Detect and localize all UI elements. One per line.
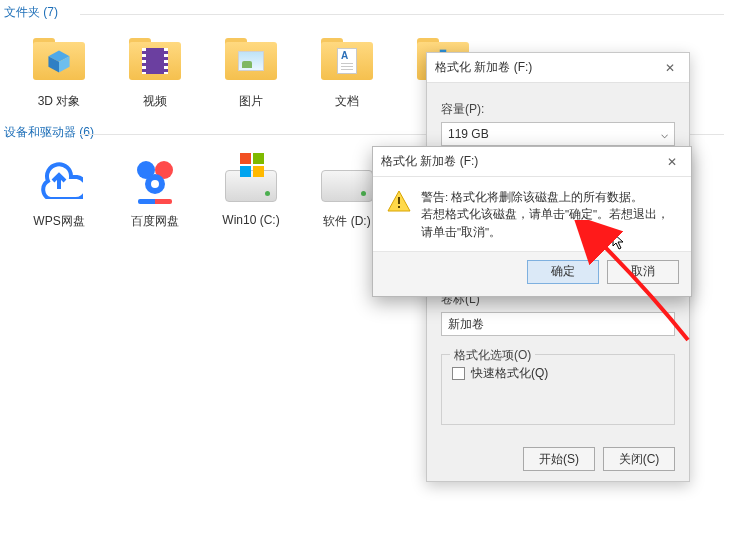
close-button-label: 关闭(C) xyxy=(619,451,660,468)
drive-icon xyxy=(319,151,375,207)
item-label: WPS网盘 xyxy=(33,213,84,230)
item-label: 3D 对象 xyxy=(38,93,81,110)
start-button[interactable]: 开始(S) xyxy=(523,447,595,471)
cancel-button[interactable]: 取消 xyxy=(607,260,679,284)
close-button[interactable]: 关闭(C) xyxy=(603,447,675,471)
drive-icon xyxy=(223,151,279,207)
format-dialog-buttons: 开始(S) 关闭(C) xyxy=(427,437,689,481)
ok-button-label: 确定 xyxy=(551,263,575,280)
folder-icon xyxy=(31,31,87,87)
item-label: Win10 (C:) xyxy=(222,213,279,227)
folders-header-label: 文件夹 (7) xyxy=(4,5,58,19)
baidu-netdisk-icon xyxy=(127,151,183,207)
warning-dialog-body: 警告: 格式化将删除该磁盘上的所有数据。 若想格式化该磁盘，请单击"确定"。若想… xyxy=(373,177,691,251)
folder-videos[interactable]: 视频 xyxy=(110,31,200,110)
quick-format-label: 快速格式化(Q) xyxy=(471,365,548,382)
close-icon[interactable]: ✕ xyxy=(659,61,681,75)
drive-wps[interactable]: WPS网盘 xyxy=(14,151,104,230)
format-dialog-title: 格式化 新加卷 (F:) xyxy=(435,59,532,76)
cancel-button-label: 取消 xyxy=(631,263,655,280)
warning-dialog-text: 警告: 格式化将删除该磁盘上的所有数据。 若想格式化该磁盘，请单击"确定"。若想… xyxy=(421,189,677,241)
warning-icon xyxy=(387,189,411,213)
folder-documents[interactable]: 文档 xyxy=(302,31,392,110)
ok-button[interactable]: 确定 xyxy=(527,260,599,284)
format-dialog-titlebar: 格式化 新加卷 (F:) ✕ xyxy=(427,53,689,83)
svg-rect-9 xyxy=(240,153,251,164)
svg-rect-15 xyxy=(398,206,400,208)
svg-point-8 xyxy=(151,180,159,188)
drives-header-label: 设备和驱动器 (6) xyxy=(4,125,94,139)
capacity-value: 119 GB xyxy=(448,127,489,141)
folder-3d-objects[interactable]: 3D 对象 xyxy=(14,31,104,110)
folder-icon xyxy=(319,31,375,87)
photo-icon xyxy=(238,51,264,71)
svg-rect-14 xyxy=(398,197,400,204)
folder-icon xyxy=(127,31,183,87)
format-options-title: 格式化选项(O) xyxy=(450,347,535,364)
warning-dialog-titlebar: 格式化 新加卷 (F:) ✕ xyxy=(373,147,691,177)
warning-dialog-title: 格式化 新加卷 (F:) xyxy=(381,153,478,170)
drive-baidu[interactable]: 百度网盘 xyxy=(110,151,200,230)
volume-label-input[interactable]: 新加卷 xyxy=(441,312,675,336)
document-icon xyxy=(337,48,357,74)
folder-icon xyxy=(223,31,279,87)
wps-cloud-icon xyxy=(31,151,87,207)
warning-dialog: 格式化 新加卷 (F:) ✕ 警告: 格式化将删除该磁盘上的所有数据。 若想格式… xyxy=(372,146,692,297)
item-label: 图片 xyxy=(239,93,263,110)
warning-line1: 警告: 格式化将删除该磁盘上的所有数据。 xyxy=(421,189,677,206)
volume-label-value: 新加卷 xyxy=(448,316,484,333)
chevron-down-icon: ⌵ xyxy=(661,127,668,141)
warning-line2: 若想格式化该磁盘，请单击"确定"。若想退出，请单击"取消"。 xyxy=(421,206,677,241)
windows-logo-icon xyxy=(240,153,264,177)
folders-section-header: 文件夹 (7) xyxy=(0,0,734,27)
svg-rect-10 xyxy=(253,153,264,164)
close-icon[interactable]: ✕ xyxy=(661,155,683,169)
drive-c[interactable]: Win10 (C:) xyxy=(206,151,296,230)
mouse-cursor-icon xyxy=(612,232,626,250)
folder-pictures[interactable]: 图片 xyxy=(206,31,296,110)
cube-icon xyxy=(46,48,72,74)
item-label: 文档 xyxy=(335,93,359,110)
item-label: 软件 (D:) xyxy=(323,213,370,230)
capacity-label: 容量(P): xyxy=(441,101,675,118)
svg-rect-11 xyxy=(240,166,251,177)
item-label: 百度网盘 xyxy=(131,213,179,230)
item-label: 视频 xyxy=(143,93,167,110)
start-button-label: 开始(S) xyxy=(539,451,579,468)
checkbox-icon xyxy=(452,367,465,380)
format-options-group: 格式化选项(O) 快速格式化(Q) xyxy=(441,354,675,425)
quick-format-checkbox[interactable]: 快速格式化(Q) xyxy=(452,365,664,382)
capacity-dropdown[interactable]: 119 GB ⌵ xyxy=(441,122,675,146)
warning-dialog-buttons: 确定 取消 xyxy=(373,251,691,296)
svg-rect-12 xyxy=(253,166,264,177)
film-icon xyxy=(142,48,168,74)
